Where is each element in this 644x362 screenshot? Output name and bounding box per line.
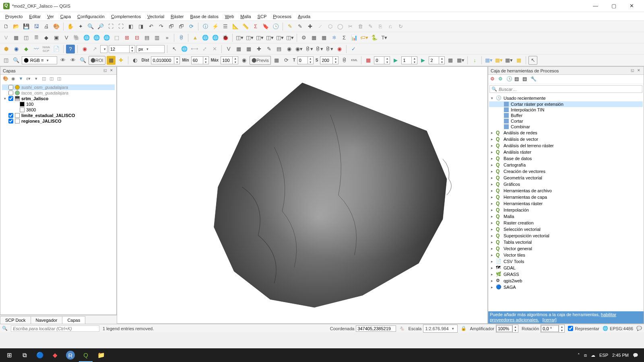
label-tool-icon[interactable]: 🌐: [211, 33, 220, 42]
proc-item[interactable]: ▸QAnálisis de vector: [489, 136, 643, 142]
processing-toolbox-icon[interactable]: ⚙: [299, 33, 308, 42]
clock[interactable]: 2:45 PM: [612, 353, 629, 358]
db-manager-icon[interactable]: 🛢: [177, 33, 186, 42]
proc-item[interactable]: Cortar: [489, 118, 643, 124]
val-spinner[interactable]: ▲▼: [429, 56, 445, 64]
attribute-table-icon[interactable]: ☰: [221, 22, 230, 31]
layer-tool-icon[interactable]: ◫: [41, 76, 47, 82]
add-xyz-icon[interactable]: ⊞: [122, 33, 131, 42]
proc-tool-icon[interactable]: ▤: [522, 76, 529, 82]
scp-tool-icon[interactable]: V: [224, 45, 233, 53]
edit-tool-icon[interactable]: ✂: [346, 22, 355, 31]
scp-tool-icon[interactable]: ▦: [364, 56, 373, 65]
python-icon[interactable]: 🐍: [370, 33, 379, 42]
rot-spinner[interactable]: ▲▼: [541, 325, 565, 333]
scp-tool-icon[interactable]: ↓: [470, 56, 479, 65]
proc-item[interactable]: ▸🌿GRASS: [489, 271, 643, 278]
menu-web[interactable]: Web: [222, 13, 237, 20]
proc-item[interactable]: ▸QGráficos: [489, 181, 643, 187]
scp-tool-icon[interactable]: ◉▾: [295, 45, 303, 53]
scp-tool-icon[interactable]: ▦▾: [484, 56, 493, 65]
layer-tool-icon[interactable]: ◫: [48, 76, 55, 82]
scp-tool-icon[interactable]: ◆: [22, 45, 31, 53]
messages-icon[interactable]: 💬: [636, 326, 642, 331]
proc-tool-icon[interactable]: ▤: [514, 76, 521, 82]
add-tool-icon[interactable]: ▤: [142, 33, 151, 42]
menu-complementos[interactable]: Complementos: [108, 13, 144, 20]
scp-tool-icon[interactable]: ◉: [12, 45, 21, 53]
save-project-icon[interactable]: 💾: [22, 22, 31, 31]
render-checkbox[interactable]: [568, 326, 573, 331]
proc-item[interactable]: ▸QMalla: [489, 213, 643, 220]
scp-tool-icon[interactable]: ⟷: [190, 45, 199, 53]
zoom-full-icon[interactable]: ⛶: [116, 22, 125, 31]
add-wfs-icon[interactable]: 🌐: [102, 33, 111, 42]
style-manager-icon[interactable]: 🎨: [52, 22, 61, 31]
processing-search[interactable]: 🔍: [489, 85, 642, 93]
add-feature-icon[interactable]: ✚: [305, 22, 314, 31]
previs-button[interactable]: ⬤ Previs: [250, 56, 271, 65]
menu-capa[interactable]: Capa: [58, 13, 74, 20]
edit-tool-icon[interactable]: ⎌: [386, 22, 395, 31]
scp-help-icon[interactable]: ?: [66, 45, 75, 53]
layer-tool-icon[interactable]: ◫: [56, 76, 62, 82]
proc-item[interactable]: ▸QHerramientas ráster: [489, 200, 643, 207]
proc-item[interactable]: ▸QHerramientas de archivo: [489, 187, 643, 194]
scp-tool-icon[interactable]: 🛢▾: [305, 45, 314, 53]
scp-dropdown[interactable]: [100, 45, 107, 53]
more-icon[interactable]: »: [163, 33, 171, 42]
proc-item[interactable]: Combinar: [489, 124, 643, 130]
wrench-icon[interactable]: 🔧: [530, 76, 537, 82]
add-csv-icon[interactable]: 𝄜: [32, 33, 41, 42]
zoom-native-icon[interactable]: ⛶: [106, 22, 115, 31]
layer-tool-icon[interactable]: ▾: [33, 76, 39, 82]
action-icon[interactable]: ⚡: [211, 22, 220, 31]
menu-editar[interactable]: Editar: [26, 13, 43, 20]
proc-item[interactable]: ▾🕓Usado recientemente: [489, 95, 643, 101]
map-canvas[interactable]: [117, 66, 488, 324]
scp-tool-icon[interactable]: ⤢: [200, 45, 209, 53]
scp-tool-icon[interactable]: ▦▾: [504, 56, 513, 65]
layer-row[interactable]: limite_estadual_JALISCO: [2, 113, 115, 118]
scp-tool-icon[interactable]: ↖: [528, 56, 537, 65]
proc-item[interactable]: ▸🗺GDAL: [489, 265, 643, 271]
identify-icon[interactable]: ⓘ: [201, 22, 210, 31]
scp-tool-icon[interactable]: ◉: [239, 56, 248, 65]
edit-pencil-icon[interactable]: ✎: [285, 22, 294, 31]
scp-tool-icon[interactable]: 👁: [58, 56, 67, 65]
proc-item[interactable]: ▸📄CSV Tools: [489, 258, 643, 265]
lock-icon[interactable]: 🔒: [461, 326, 466, 331]
proc-item[interactable]: ▸QSuperposición vectorial: [489, 232, 643, 239]
scp-tool-icon[interactable]: ◐: [131, 56, 140, 65]
scp-tool-icon[interactable]: 👁: [68, 56, 77, 65]
proc-item[interactable]: Interpolación TIN: [489, 107, 643, 113]
tray-chevron-icon[interactable]: ˄: [578, 353, 580, 358]
temporal-icon[interactable]: 🕓: [271, 22, 280, 31]
label-tool-icon[interactable]: 🐞: [221, 33, 230, 42]
edit-tool-icon[interactable]: 🗑: [356, 22, 365, 31]
rgb-combo[interactable]: ⬤RGB =: [22, 56, 57, 64]
tag-icon[interactable]: 🏷▾: [360, 33, 369, 42]
explorer-icon[interactable]: 📁: [94, 348, 108, 362]
new-project-icon[interactable]: 🗋: [2, 22, 10, 31]
kml-icon[interactable]: KML: [350, 56, 359, 65]
print-layout-icon[interactable]: 🖨: [42, 22, 51, 31]
processing-search-input[interactable]: [499, 87, 640, 92]
scp-tool-icon[interactable]: ▦▾: [494, 56, 503, 65]
roi-button[interactable]: ⬤ ROI: [89, 56, 105, 65]
minimize-button[interactable]: —: [586, 0, 605, 12]
menu-procesos[interactable]: Procesos: [270, 13, 294, 20]
scp-tool-icon[interactable]: ▦: [514, 56, 523, 65]
t-spinner[interactable]: ▲▼: [297, 56, 314, 64]
proc-item[interactable]: ▸QTabla vectorial: [489, 239, 643, 245]
menu-base-de-datos[interactable]: Base de datos: [188, 13, 221, 20]
add-spatialite-icon[interactable]: ◆: [42, 33, 51, 42]
statistics-icon[interactable]: Σ: [251, 22, 260, 31]
scp-tool-icon[interactable]: ▦▾: [456, 56, 465, 65]
scp-tool-icon[interactable]: ✚: [254, 45, 263, 53]
select-tool-icon[interactable]: ◫▾: [265, 33, 274, 42]
zoom-last-icon[interactable]: ↶: [147, 22, 155, 31]
zoom-out-icon[interactable]: 🔎: [96, 22, 105, 31]
scp-label-icon[interactable]: NWASCP: [42, 45, 51, 53]
bookmark-icon[interactable]: 🔖: [261, 22, 270, 31]
